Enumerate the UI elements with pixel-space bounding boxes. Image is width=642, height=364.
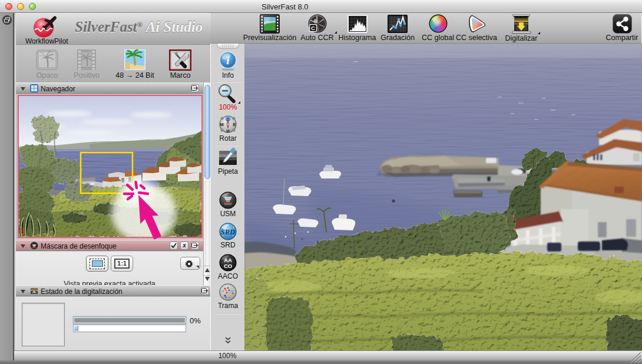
svg-text:E: E (233, 122, 236, 127)
svg-text:SRD: SRD (221, 228, 235, 236)
svg-text:C: C (311, 25, 315, 31)
svg-text:И: И (226, 128, 229, 134)
svg-text:CO: CO (224, 263, 232, 269)
svg-text:1: 1 (21, 227, 24, 234)
svg-text:M: M (220, 122, 223, 127)
svg-text:i: i (226, 54, 230, 67)
